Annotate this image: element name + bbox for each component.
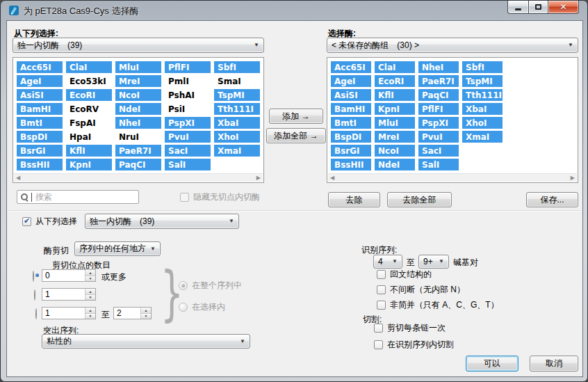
cuts-once-checkbox[interactable] <box>374 324 383 333</box>
enzyme-MluI[interactable]: MluI <box>115 61 161 73</box>
hide-noncutters-checkbox[interactable] <box>180 193 189 202</box>
enzyme-PaeR7I[interactable]: PaeR7I <box>115 145 161 157</box>
palindromic-option[interactable]: 回文结构的 <box>377 269 432 280</box>
enzyme-TspMI[interactable]: TspMI <box>214 89 260 101</box>
title-bar[interactable]: 为 pET28a Cas9-Cys 选择酶 ✕ <box>1 1 587 20</box>
enzyme-HpaI[interactable]: HpaI <box>66 131 112 143</box>
enzyme-PaqCI[interactable]: PaqCI <box>418 89 459 101</box>
enzyme-PaeR7I[interactable]: PaeR7I <box>418 75 459 87</box>
spin-up-icon[interactable]: ▲ <box>85 289 95 295</box>
enzyme-BmtI[interactable]: BmtI <box>331 117 371 129</box>
enzyme-BssHII[interactable]: BssHII <box>331 159 371 170</box>
count-zero-or-more-radio[interactable] <box>33 271 34 282</box>
enzyme-Acc65I[interactable]: Acc65I <box>17 61 63 73</box>
enzyme-Tth111I[interactable]: Tth111I <box>214 103 260 115</box>
enzyme-PsiI[interactable]: PsiI <box>165 103 211 115</box>
search-input[interactable]: 搜索 <box>17 190 139 204</box>
count-range-max-spinner[interactable]: 2 ▲▼ <box>113 307 152 319</box>
enzyme-MreI[interactable]: MreI <box>375 131 415 143</box>
enzyme-SbfI[interactable]: SbfI <box>462 61 503 73</box>
use-list-option[interactable]: 从下列选择 <box>22 216 77 228</box>
enzyme-PvuI[interactable]: PvuI <box>418 131 459 143</box>
enzyme-XmaI[interactable]: XmaI <box>462 131 503 143</box>
enzyme-PaqCI[interactable]: PaqCI <box>115 159 161 170</box>
enzyme-PflFI[interactable]: PflFI <box>165 61 211 73</box>
enzyme-BamHI[interactable]: BamHI <box>17 103 63 115</box>
add-all-button[interactable]: 添加全部 → <box>266 128 326 143</box>
enzyme-BssHII[interactable]: BssHII <box>17 159 63 170</box>
enzyme-BmtI[interactable]: BmtI <box>17 117 63 129</box>
enzyme-BsrGI[interactable]: BsrGI <box>331 145 371 157</box>
spin-down-icon[interactable]: ▼ <box>85 314 95 319</box>
enzyme-NcoI[interactable]: NcoI <box>115 89 161 101</box>
nondegenerate-checkbox[interactable] <box>377 301 386 310</box>
enzyme-KflI[interactable]: KflI <box>66 145 112 157</box>
scroll-left-icon[interactable]: ◀ <box>16 175 20 181</box>
scope-whole-sequence-radio[interactable] <box>179 281 188 290</box>
enzyme-NheI[interactable]: NheI <box>115 117 161 129</box>
enzyme-KpnI[interactable]: KpnI <box>66 159 112 170</box>
enzyme-AsiSI[interactable]: AsiSI <box>17 89 63 101</box>
enzyme-XbaI[interactable]: XbaI <box>214 117 260 129</box>
recognition-max-dropdown[interactable]: 9+▼ <box>418 255 449 269</box>
enzyme-MreI[interactable]: MreI <box>115 75 161 87</box>
scroll-right-icon[interactable]: ▶ <box>571 175 575 181</box>
enzyme-XhoI[interactable]: XhoI <box>214 131 260 143</box>
maximize-button[interactable] <box>528 1 548 14</box>
enzyme-PshAI[interactable]: PshAI <box>165 89 211 101</box>
hide-noncutters-option[interactable]: 隐藏无切点内切酶 <box>180 191 260 203</box>
uninterrupted-checkbox[interactable] <box>377 285 386 294</box>
cancel-button[interactable]: 取消 <box>530 356 578 372</box>
enzyme-NdeI[interactable]: NdeI <box>375 159 415 170</box>
minimize-button[interactable] <box>507 1 528 14</box>
enzyme-Acc65I[interactable]: Acc65I <box>331 61 371 73</box>
enzyme-TspMI[interactable]: TspMI <box>462 75 503 87</box>
scope-selection-radio[interactable] <box>179 303 188 312</box>
enzyme-XbaI[interactable]: XbaI <box>462 103 503 115</box>
enzyme-BamHI[interactable]: BamHI <box>331 103 371 115</box>
enzyme-SacI[interactable]: SacI <box>418 145 459 157</box>
spin-down-icon[interactable]: ▼ <box>85 276 95 282</box>
enzyme-EcoRI[interactable]: EcoRI <box>375 75 415 87</box>
count-range-radio[interactable] <box>35 308 37 319</box>
enzyme-KflI[interactable]: KflI <box>375 89 415 101</box>
count-exact-spinner[interactable]: 1 ▲▼ <box>42 288 96 301</box>
enzyme-PflFI[interactable]: PflFI <box>418 103 459 115</box>
enzyme-XhoI[interactable]: XhoI <box>462 117 503 129</box>
enzyme-PmlI[interactable]: PmlI <box>165 75 211 87</box>
count-range-min-spinner[interactable]: 1 ▲▼ <box>42 307 96 319</box>
enzyme-BsrGI[interactable]: BsrGI <box>17 145 63 157</box>
count-zero-spinner[interactable]: 0 ▲▼ <box>42 269 96 282</box>
enzyme-XmaI[interactable]: XmaI <box>214 145 260 157</box>
overhang-dropdown[interactable]: 粘性的▼ <box>42 334 250 349</box>
enzyme-AgeI[interactable]: AgeI <box>331 75 371 87</box>
scroll-left-icon[interactable]: ◀ <box>330 175 334 181</box>
enzyme-BspDI[interactable]: BspDI <box>17 131 63 143</box>
enzyme-set-dropdown[interactable]: < 未保存的酶组 (30) >▼ <box>327 38 578 53</box>
use-list-checkbox[interactable] <box>22 217 31 226</box>
enzyme-MluI[interactable]: MluI <box>375 117 415 129</box>
enzyme-ClaI[interactable]: ClaI <box>375 61 415 73</box>
enzyme-SacI[interactable]: SacI <box>165 145 211 157</box>
spin-up-icon[interactable]: ▲ <box>141 308 151 314</box>
enzyme-PspXI[interactable]: PspXI <box>418 117 459 129</box>
cut-location-dropdown[interactable]: 序列中的任何地方▼ <box>74 241 161 256</box>
enzyme-AgeI[interactable]: AgeI <box>17 75 63 87</box>
source-hscrollbar[interactable]: ◀▶ <box>14 173 263 182</box>
enzyme-AsiSI[interactable]: AsiSI <box>331 89 371 101</box>
enzyme-EcoRV[interactable]: EcoRV <box>66 103 112 115</box>
enzyme-NheI[interactable]: NheI <box>418 61 459 73</box>
remove-button[interactable]: 去除 <box>328 192 380 207</box>
palindromic-checkbox[interactable] <box>377 270 386 279</box>
enzyme-PvuI[interactable]: PvuI <box>165 131 211 143</box>
source-filter-dropdown[interactable]: 独一内切酶 (39)▼ <box>13 38 264 53</box>
enzyme-PspXI[interactable]: PspXI <box>165 117 211 129</box>
spin-up-icon[interactable]: ▲ <box>85 308 95 314</box>
enzyme-Eco53kI[interactable]: Eco53kI <box>66 75 112 87</box>
enzyme-NcoI[interactable]: NcoI <box>375 145 415 157</box>
chosen-hscrollbar[interactable]: ◀▶ <box>328 173 577 182</box>
count-exact-radio[interactable] <box>34 289 35 301</box>
enzyme-BspDI[interactable]: BspDI <box>331 131 371 143</box>
cuts-within-option[interactable]: 在识别序列内切割 <box>374 339 454 351</box>
enzyme-SalI[interactable]: SalI <box>165 159 211 170</box>
